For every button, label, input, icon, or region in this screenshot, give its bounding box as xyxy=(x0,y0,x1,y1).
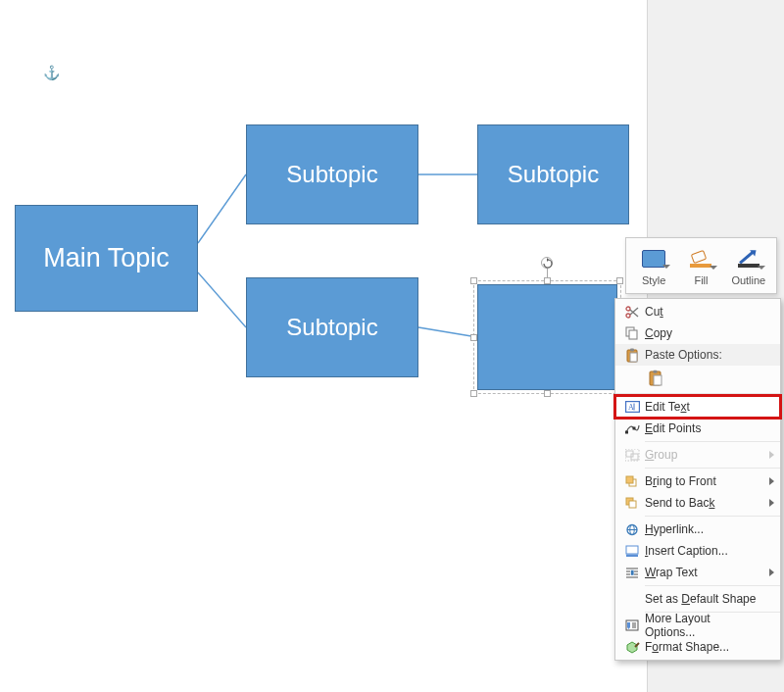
paste-clipboard-icon xyxy=(648,370,665,387)
svg-line-1 xyxy=(198,272,246,327)
context-menu-edit-points[interactable]: Edit Points xyxy=(615,418,780,439)
hyperlink-icon xyxy=(619,519,645,540)
anchor-icon: ⚓ xyxy=(43,65,60,80)
context-menu-more-layout-label: More Layout Options... xyxy=(645,612,762,639)
context-menu-paste-heading-label: Paste Options: xyxy=(645,348,762,362)
context-menu-copy-label: Copy xyxy=(645,326,762,340)
layout-icon xyxy=(619,615,645,636)
context-menu-more-layout[interactable]: More Layout Options... xyxy=(615,615,780,636)
submenu-arrow-icon xyxy=(769,568,774,576)
resize-handle-n[interactable] xyxy=(544,277,551,284)
context-menu-bring-to-front[interactable]: Bring to Front xyxy=(615,470,780,492)
svg-rect-9 xyxy=(629,330,637,339)
context-menu-group-label: Group xyxy=(645,448,762,462)
copy-icon xyxy=(619,322,645,344)
svg-rect-11 xyxy=(630,348,634,351)
svg-rect-12 xyxy=(630,353,637,362)
shape-subtopic-bottom-right-selected[interactable] xyxy=(473,280,621,394)
paste-option-button[interactable] xyxy=(645,368,668,389)
shape-mini-toolbar: Style Fill Outline xyxy=(625,237,777,294)
context-menu-send-to-back-label: Send to Back xyxy=(645,496,762,510)
send-to-back-icon xyxy=(619,492,645,514)
outline-pen-icon xyxy=(735,245,762,272)
context-menu-set-default[interactable]: Set as Default Shape xyxy=(615,588,780,610)
format-shape-icon xyxy=(619,636,645,658)
context-menu-copy[interactable]: Copy xyxy=(615,322,780,344)
resize-handle-w[interactable] xyxy=(470,334,477,341)
context-menu-edit-points-label: Edit Points xyxy=(645,421,762,435)
context-menu-hyperlink[interactable]: Hyperlink... xyxy=(615,519,780,540)
shape-main-topic[interactable]: Main Topic xyxy=(15,205,198,312)
resize-handle-s[interactable] xyxy=(544,390,551,397)
resize-handle-nw[interactable] xyxy=(470,277,477,284)
context-menu-group: Group xyxy=(615,444,780,466)
context-menu-cut[interactable]: Cut xyxy=(615,301,780,322)
bring-to-front-icon xyxy=(619,470,645,492)
svg-text:A: A xyxy=(628,403,634,412)
edit-points-icon xyxy=(619,418,645,439)
shape-context-menu: Cut Copy Paste Options: A Edit Text Edit… xyxy=(614,298,781,661)
scissors-icon xyxy=(619,301,645,322)
context-menu-bring-to-front-label: Bring to Front xyxy=(645,474,762,488)
svg-point-4 xyxy=(626,307,630,311)
caption-icon xyxy=(619,540,645,562)
submenu-arrow-icon xyxy=(769,477,774,485)
svg-rect-27 xyxy=(629,501,636,508)
mini-style-button[interactable]: Style xyxy=(633,245,674,286)
context-menu-format-shape[interactable]: Format Shape... xyxy=(615,636,780,658)
mini-outline-label: Outline xyxy=(731,274,765,286)
submenu-arrow-icon xyxy=(769,451,774,459)
blank-icon xyxy=(619,588,645,610)
context-menu-set-default-label: Set as Default Shape xyxy=(645,592,762,606)
resize-handle-sw[interactable] xyxy=(470,390,477,397)
context-menu-insert-caption-label: Insert Caption... xyxy=(645,544,762,558)
svg-rect-32 xyxy=(626,554,638,557)
context-menu-insert-caption[interactable]: Insert Caption... xyxy=(615,540,780,562)
shape-subtopic-bottom-right[interactable] xyxy=(477,284,617,390)
svg-line-3 xyxy=(418,327,477,337)
shape-subtopic-bottom-left[interactable]: Subtopic xyxy=(246,277,418,377)
context-menu-wrap-text[interactable]: Wrap Text xyxy=(615,562,780,583)
context-menu-format-shape-label: Format Shape... xyxy=(645,640,762,654)
rotate-handle[interactable] xyxy=(541,257,553,269)
group-icon xyxy=(619,444,645,466)
style-swatch-icon xyxy=(640,245,667,272)
context-menu-edit-text-label: Edit Text xyxy=(645,400,762,414)
context-menu-hyperlink-label: Hyperlink... xyxy=(645,522,762,536)
svg-line-0 xyxy=(198,174,246,243)
svg-rect-19 xyxy=(625,431,628,434)
svg-rect-31 xyxy=(626,546,638,554)
resize-handle-ne[interactable] xyxy=(616,277,623,284)
svg-rect-39 xyxy=(630,569,633,574)
mini-fill-label: Fill xyxy=(694,274,708,286)
mini-style-label: Style xyxy=(642,274,665,286)
mini-outline-button[interactable]: Outline xyxy=(728,245,769,286)
context-menu-edit-text[interactable]: A Edit Text xyxy=(615,396,780,418)
context-menu-cut-label: Cut xyxy=(645,305,762,319)
shape-subtopic-top-right[interactable]: Subtopic xyxy=(477,124,629,224)
context-menu-paste-options-row xyxy=(615,366,780,391)
wrap-text-icon xyxy=(619,562,645,583)
svg-rect-20 xyxy=(632,427,635,430)
shape-subtopic-top-left[interactable]: Subtopic xyxy=(246,124,418,224)
svg-point-5 xyxy=(626,314,630,318)
context-menu-paste-heading: Paste Options: xyxy=(615,344,780,366)
svg-rect-25 xyxy=(626,476,633,483)
svg-rect-15 xyxy=(654,375,662,385)
context-menu-wrap-text-label: Wrap Text xyxy=(645,566,762,579)
svg-rect-14 xyxy=(654,371,658,373)
document-canvas[interactable]: ⚓ Main Topic Subtopic Subtopic Subtopic xyxy=(0,0,647,692)
submenu-arrow-icon xyxy=(769,499,774,507)
mini-fill-button[interactable]: Fill xyxy=(680,245,721,286)
clipboard-icon xyxy=(619,344,645,366)
edit-text-icon: A xyxy=(619,396,645,418)
fill-bucket-icon xyxy=(687,245,714,272)
context-menu-send-to-back[interactable]: Send to Back xyxy=(615,492,780,514)
